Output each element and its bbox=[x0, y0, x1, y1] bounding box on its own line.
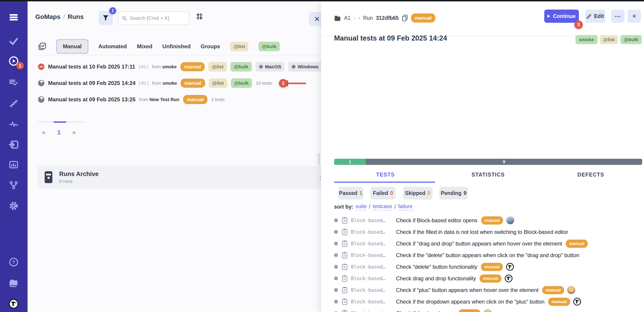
steps-icon[interactable] bbox=[9, 98, 19, 108]
test-row[interactable]: Block-based… Check if "plus" button appe… bbox=[334, 284, 596, 296]
test-row[interactable]: Block-based… Check if the filled in data… bbox=[334, 226, 596, 238]
copy-icon[interactable] bbox=[402, 14, 408, 22]
test-title: Check if the dropdown… bbox=[396, 310, 455, 312]
avatar bbox=[484, 309, 492, 312]
list-hscroll-track[interactable] bbox=[38, 122, 84, 122]
tab-tests[interactable]: TESTS bbox=[334, 172, 437, 178]
menu-icon[interactable] bbox=[9, 12, 19, 22]
tab-manual[interactable]: Manual bbox=[56, 39, 88, 54]
test-row[interactable]: Block-based… Check if the dropdown appea… bbox=[334, 296, 596, 308]
chip-pending[interactable]: Pending9 bbox=[439, 187, 468, 200]
runs-archive-card[interactable]: Runs Archive 0 runs › bbox=[37, 166, 329, 189]
breadcrumb: GoMaps / Runs bbox=[35, 13, 84, 20]
search-icon bbox=[122, 16, 127, 21]
run-detail-panel: A1 › • Run 312dfb65 manual Continue 3 Ed… bbox=[321, 1, 644, 312]
tab-groups[interactable]: Groups bbox=[200, 43, 220, 50]
tab-unfinished[interactable]: Unfinished bbox=[162, 43, 190, 50]
run-row[interactable]: Manual tests at 10 Feb 2025 17:11 [ A1 ]… bbox=[38, 60, 341, 73]
play-icon bbox=[548, 14, 550, 18]
breadcrumb-page[interactable]: Runs bbox=[68, 13, 84, 20]
suite-name: Block-based… bbox=[351, 299, 392, 304]
filter-tag-bulk[interactable]: @bulk bbox=[258, 42, 280, 51]
archive-title: Runs Archive bbox=[59, 170, 98, 178]
tag-manual: manual bbox=[481, 216, 503, 224]
user-logo-avatar[interactable] bbox=[9, 299, 19, 309]
folder-icon bbox=[334, 15, 341, 21]
report-icon[interactable] bbox=[9, 160, 19, 170]
testcase-icon bbox=[342, 252, 348, 258]
test-row[interactable]: Block-based… Check "delete" button funct… bbox=[334, 261, 596, 272]
status-dot-icon bbox=[334, 242, 338, 246]
search-input[interactable] bbox=[130, 15, 185, 21]
top-strip bbox=[0, 0, 644, 1]
testcase-icon bbox=[342, 229, 348, 235]
sort-suite-link[interactable]: suite bbox=[356, 203, 367, 210]
run-count: 10 tests bbox=[256, 80, 272, 86]
help-icon[interactable]: ? bbox=[9, 257, 19, 267]
test-row[interactable]: Block-based… Check if the dropdown… manu… bbox=[334, 308, 596, 312]
run-row[interactable]: Manual tests at 09 Feb 2025 14:24 [ A1 ]… bbox=[38, 76, 272, 90]
suite-name: Block-based… bbox=[351, 264, 392, 270]
tab-mixed[interactable]: Mixed bbox=[137, 43, 152, 50]
tag-smoke[interactable]: smoke bbox=[576, 35, 598, 44]
test-row[interactable]: Block-based… Check if "drag and drop" bu… bbox=[334, 238, 596, 249]
tab-defects[interactable]: DEFECTS bbox=[540, 172, 642, 178]
sort-testcase-link[interactable]: testcase bbox=[372, 203, 392, 210]
tag-manual[interactable]: manual bbox=[180, 78, 205, 88]
testcase-icon bbox=[342, 275, 348, 282]
tag-bulk[interactable]: @bulk bbox=[230, 62, 252, 72]
tag-list[interactable]: @list bbox=[208, 62, 227, 72]
filter-tag-list[interactable]: @list bbox=[230, 42, 248, 51]
tag-windows[interactable]: Windows bbox=[288, 62, 322, 72]
breadcrumb-project[interactable]: GoMaps bbox=[35, 13, 60, 20]
gear-icon bbox=[291, 64, 296, 69]
branch-icon[interactable] bbox=[9, 180, 19, 190]
run-row[interactable]: Manual tests at 09 Feb 2025 13:25 from N… bbox=[38, 93, 224, 106]
test-row[interactable]: Block-based… Check drag and drop functio… bbox=[334, 272, 596, 284]
run-title: Manual tests at 10 Feb 2025 17:11 bbox=[48, 64, 135, 70]
testcase-icon bbox=[342, 298, 348, 305]
pulse-icon[interactable] bbox=[9, 119, 19, 129]
detail-breadcrumb: A1 › • Run 312dfb65 manual bbox=[334, 12, 436, 24]
continue-button[interactable]: Continue bbox=[544, 10, 579, 23]
tag-manual: manual bbox=[411, 14, 436, 22]
chip-failed[interactable]: Failed0 bbox=[370, 187, 396, 200]
projects-folder-icon[interactable] bbox=[9, 278, 19, 288]
tag-manual[interactable]: manual bbox=[180, 62, 205, 71]
tab-automated[interactable]: Automated bbox=[98, 43, 127, 50]
test-row[interactable]: Block-based… Check if Block-based editor… bbox=[334, 214, 596, 226]
page-current[interactable]: 1 bbox=[57, 129, 60, 136]
chip-skipped[interactable]: Skipped0 bbox=[403, 187, 432, 200]
filter-badge: 1 bbox=[109, 7, 116, 14]
page-next-button[interactable]: » bbox=[72, 129, 76, 136]
tag-manual: manual bbox=[480, 274, 502, 282]
tag-macos[interactable]: MacOS bbox=[256, 62, 284, 72]
view-settings-icon[interactable] bbox=[196, 12, 204, 22]
sort-failure-link[interactable]: failure bbox=[398, 203, 412, 210]
close-detail-button[interactable]: ✕ bbox=[628, 10, 641, 23]
bullet-icon: • bbox=[358, 16, 360, 21]
list-hscroll-thumb[interactable] bbox=[54, 122, 66, 123]
avatar bbox=[506, 216, 514, 224]
breadcrumb-suite[interactable]: A1 bbox=[344, 15, 350, 21]
tests-check-icon[interactable] bbox=[9, 36, 19, 46]
runs-search[interactable] bbox=[118, 12, 190, 25]
more-button[interactable]: ⋯ bbox=[611, 10, 624, 23]
settings-gear-icon[interactable] bbox=[9, 201, 19, 211]
select-all-icon[interactable] bbox=[38, 42, 46, 50]
tab-statistics[interactable]: STATISTICS bbox=[437, 172, 540, 178]
import-icon[interactable] bbox=[9, 140, 19, 150]
edit-button[interactable]: Edit bbox=[585, 10, 605, 23]
page-prev-button[interactable]: « bbox=[42, 129, 45, 136]
tag-list[interactable]: @list bbox=[209, 78, 227, 88]
test-row[interactable]: Block-based… Check if the "delete" butto… bbox=[334, 249, 596, 261]
annotation-badge-1: 1 bbox=[16, 62, 24, 70]
chip-passed[interactable]: Passed1 bbox=[338, 187, 363, 200]
run-status-stopped-icon bbox=[38, 64, 44, 70]
tag-bulk[interactable]: @bulk bbox=[231, 78, 252, 88]
shared-steps-icon[interactable] bbox=[9, 78, 19, 88]
tag-bulk[interactable]: @bulk bbox=[620, 35, 642, 44]
tag-list[interactable]: @list bbox=[600, 35, 618, 44]
list-vscroll-thumb[interactable] bbox=[318, 153, 320, 165]
tag-manual[interactable]: manual bbox=[183, 95, 208, 104]
